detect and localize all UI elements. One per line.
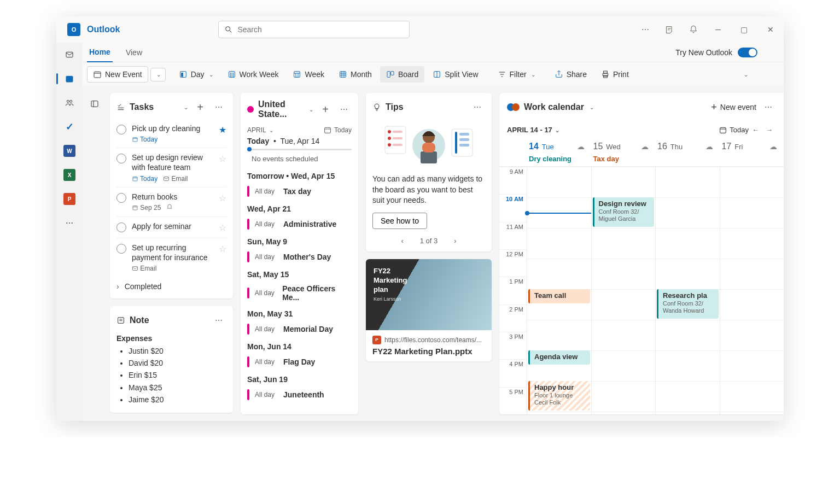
note-body[interactable]: Expenses Justin $20David $20Erin $15Maya… <box>116 332 226 406</box>
holidays-more-button[interactable]: ⋯ <box>336 102 352 117</box>
collapse-panel-icon[interactable] <box>87 96 102 112</box>
calendar-prev-button[interactable]: ← <box>749 124 762 136</box>
calendar-event[interactable]: Research plaConf Room 32/Wanda Howard <box>657 289 719 319</box>
task-checkbox[interactable] <box>116 193 126 203</box>
rail-todo[interactable]: ✓ <box>62 119 77 134</box>
rail-more[interactable]: ⋯ <box>62 215 77 231</box>
task-item[interactable]: Return books Sep 25 ☆ <box>116 187 226 217</box>
day-header[interactable]: 17Fri☁ <box>720 138 784 166</box>
add-holiday-button[interactable]: + <box>318 102 333 117</box>
calendar-next-button[interactable]: → <box>762 124 776 136</box>
share-button[interactable]: Share <box>549 66 593 83</box>
view-board-button[interactable]: Board <box>380 66 424 83</box>
filter-button[interactable]: Filter⌄ <box>492 66 541 83</box>
task-star[interactable]: ★ <box>219 125 226 135</box>
task-item[interactable]: Pick up dry cleaning Today ★ <box>116 119 226 148</box>
calendar-dropdown[interactable]: ⌄ <box>590 104 594 110</box>
holiday-event[interactable]: All dayFlag Day <box>241 353 358 371</box>
holidays-today-button[interactable]: Today <box>323 126 352 134</box>
day-header[interactable]: 14Tue☁Dry cleaning <box>527 138 591 166</box>
task-title: Apply for seminar <box>132 221 213 231</box>
view-week-button[interactable]: Week <box>287 66 330 83</box>
event-color-bar <box>247 356 249 367</box>
calendar-event[interactable]: Happy hourFloor 1 loungeCecil Folk <box>528 381 590 411</box>
all-day-event-badge[interactable]: Dry cleaning <box>529 155 589 163</box>
toolbar-expand[interactable]: ⌄ <box>738 67 753 82</box>
close-button[interactable]: ✕ <box>762 22 779 37</box>
add-task-button[interactable]: + <box>192 99 208 115</box>
calendar-today-button[interactable]: Today <box>719 126 749 134</box>
note-title: Note <box>130 315 207 325</box>
rail-people[interactable] <box>62 95 77 110</box>
task-checkbox[interactable] <box>116 244 126 254</box>
try-new-outlook-toggle[interactable] <box>738 48 757 57</box>
calendar-event[interactable]: Agenda view <box>528 350 590 365</box>
tab-home[interactable]: Home <box>87 43 113 62</box>
tab-view[interactable]: View <box>124 43 144 62</box>
task-star[interactable]: ☆ <box>219 222 226 233</box>
calendar-event[interactable]: Design reviewConf Room 32/Miguel Garcia <box>593 197 655 227</box>
notifications-icon[interactable] <box>686 22 701 37</box>
rail-powerpoint[interactable]: P <box>62 191 77 207</box>
all-day-label: All day <box>255 358 278 366</box>
time-label: 3 PM <box>499 332 527 359</box>
tips-more-button[interactable]: ⋯ <box>470 99 485 115</box>
holiday-event[interactable]: All dayPeace Officers Me... <box>241 281 358 305</box>
date-range-label[interactable]: APRIL 14 - 17 ⌄ <box>507 126 559 134</box>
all-day-event-badge[interactable]: Tax day <box>593 155 654 163</box>
holiday-event[interactable]: All dayAdministrative <box>241 215 358 233</box>
new-event-button[interactable]: New Event <box>87 66 148 83</box>
day-column[interactable]: Research plaConf Room 32/Wanda Howard <box>655 167 720 414</box>
tips-cta-button[interactable]: See how to <box>372 213 427 229</box>
view-month-button[interactable]: Month <box>332 66 378 83</box>
notes-icon[interactable] <box>662 22 677 37</box>
view-day-button[interactable]: Day⌄ <box>173 66 219 83</box>
rail-excel[interactable]: X <box>62 167 77 183</box>
view-work-week-button[interactable]: Work Week <box>221 66 285 83</box>
new-event-dropdown[interactable]: ⌄ <box>150 68 166 81</box>
task-item[interactable]: Set up design review with feature team T… <box>116 148 226 187</box>
holidays-dropdown[interactable]: ⌄ <box>309 107 313 113</box>
task-checkbox[interactable] <box>116 154 126 163</box>
search-input[interactable] <box>237 25 404 34</box>
holiday-event[interactable]: All dayJuneteenth <box>241 386 358 403</box>
minimize-button[interactable]: ─ <box>710 22 726 37</box>
rail-word[interactable]: W <box>62 143 77 159</box>
holiday-event[interactable]: All dayMemorial Day <box>241 320 358 338</box>
more-icon[interactable]: ⋯ <box>638 22 653 37</box>
day-column[interactable]: Design reviewConf Room 32/Miguel Garcia <box>591 167 656 414</box>
task-checkbox[interactable] <box>116 125 126 134</box>
day-column[interactable]: Team callAgenda viewHappy hourFloor 1 lo… <box>527 167 591 414</box>
calendar-event[interactable]: Team call <box>528 289 590 303</box>
pager-next[interactable]: › <box>454 237 456 245</box>
file-card[interactable]: FY22 Marketing plan Keri Larsson Phttps:… <box>366 259 492 361</box>
rail-mail[interactable] <box>62 47 77 62</box>
day-column[interactable] <box>720 167 784 414</box>
tasks-dropdown[interactable]: ⌄ <box>184 104 188 110</box>
rail-calendar[interactable] <box>62 71 77 86</box>
task-checkbox[interactable] <box>116 222 126 232</box>
maximize-button[interactable]: ▢ <box>735 22 753 37</box>
task-star[interactable]: ☆ <box>219 193 226 203</box>
day-header[interactable]: 15Wed☁Tax day <box>591 138 656 166</box>
holiday-event[interactable]: All dayTax day <box>241 183 358 200</box>
day-header[interactable]: 16Thu☁ <box>655 138 720 166</box>
print-button[interactable]: Print <box>595 66 635 83</box>
search-box[interactable] <box>218 21 410 38</box>
event-color-bar <box>247 251 249 262</box>
split-view-button[interactable]: Split View <box>427 66 484 83</box>
pager-prev[interactable]: ‹ <box>401 237 403 245</box>
task-star[interactable]: ☆ <box>219 154 226 164</box>
svg-rect-37 <box>133 138 137 142</box>
tasks-more-button[interactable]: ⋯ <box>211 99 226 115</box>
weather-icon: ☁ <box>641 142 649 151</box>
task-star[interactable]: ☆ <box>219 244 226 254</box>
calendar-more-button[interactable]: ⋯ <box>761 99 776 115</box>
task-item[interactable]: Apply for seminar ☆ <box>116 217 226 238</box>
task-item[interactable]: Set up recurring payment for insurance E… <box>116 238 226 277</box>
calendar-new-event-button[interactable]: +New event <box>711 102 756 113</box>
holiday-event[interactable]: All dayMother's Day <box>241 248 358 266</box>
completed-toggle[interactable]: › Completed <box>116 277 226 292</box>
day-icon <box>179 70 188 79</box>
note-more-button[interactable]: ⋯ <box>211 313 226 328</box>
